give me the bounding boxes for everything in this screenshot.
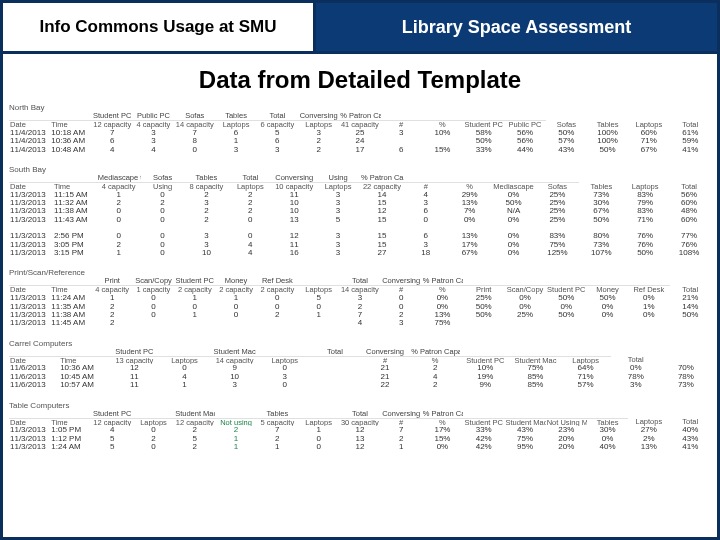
header-right: Library Space Assessment xyxy=(316,3,717,51)
cell: 22 xyxy=(360,381,410,389)
cell: 73% xyxy=(579,191,623,199)
cell xyxy=(9,277,50,285)
cell: 43% xyxy=(670,435,712,443)
cell: 4 capacity xyxy=(133,120,174,128)
cell xyxy=(9,348,59,356)
cell: Conversing xyxy=(381,410,422,418)
cell xyxy=(546,319,587,327)
cell: 2 xyxy=(185,207,229,215)
cell: 50% xyxy=(546,311,587,319)
cell: 3 xyxy=(185,241,229,249)
cell: 56% xyxy=(667,191,711,199)
cell: 78% xyxy=(611,373,661,381)
cell xyxy=(587,277,628,285)
cell: 0% xyxy=(492,241,536,249)
cell: 0 xyxy=(298,443,339,451)
cell xyxy=(298,410,339,418)
cell xyxy=(298,277,339,285)
cell xyxy=(561,348,611,356)
cell: 41 capacity xyxy=(339,120,380,128)
cell: 67% xyxy=(628,146,669,154)
cell: 4 xyxy=(159,373,209,381)
cell: Sofas xyxy=(536,182,580,190)
cell xyxy=(381,112,422,120)
cell: 13 capacity xyxy=(109,356,159,364)
cell: 0 xyxy=(381,294,422,302)
cell: 10:48 AM xyxy=(50,146,91,154)
cell: 100% xyxy=(587,129,628,137)
cell: 33% xyxy=(463,426,504,434)
cell: Laptops xyxy=(228,182,272,190)
cell: 50% xyxy=(587,294,628,302)
cell: 4 xyxy=(92,146,133,154)
cell: 11:15 AM xyxy=(53,191,97,199)
cell: 56% xyxy=(504,129,545,137)
cell: Conversing xyxy=(381,277,422,285)
cell: Money xyxy=(215,277,256,285)
cell: Scan/Copy xyxy=(504,286,545,294)
cell: 0 xyxy=(257,303,298,311)
cell: 11 xyxy=(109,373,159,381)
cell: 7 xyxy=(257,426,298,434)
cell: # xyxy=(381,120,422,128)
cell: 11/3/2013 xyxy=(9,435,50,443)
cell: Laptops xyxy=(260,356,310,364)
cell: 85% xyxy=(510,381,560,389)
cell: 11:45 AM xyxy=(50,319,91,327)
cell: 20% xyxy=(546,435,587,443)
cell: Not using xyxy=(215,418,256,426)
cell: 0% xyxy=(422,294,463,302)
cell: 2 xyxy=(92,311,133,319)
cell: % xyxy=(448,182,492,190)
cell: 1 xyxy=(215,294,256,302)
cell: 1 capacity xyxy=(133,286,174,294)
cell: 44% xyxy=(504,146,545,154)
cell xyxy=(463,410,504,418)
cell: Tables xyxy=(579,182,623,190)
cell: 10:36 AM xyxy=(59,364,109,372)
cell xyxy=(504,410,545,418)
cell: Public PC xyxy=(504,120,545,128)
cell: 2 capacity xyxy=(215,286,256,294)
cell: 50% xyxy=(579,216,623,224)
cell: Total xyxy=(670,120,712,128)
cell: 2 xyxy=(185,191,229,199)
cell: 3:05 PM xyxy=(53,241,97,249)
cell: % xyxy=(410,356,460,364)
cell: Not Using Mac xyxy=(546,418,587,426)
cell: 4 xyxy=(92,426,133,434)
cell: Tables xyxy=(257,410,298,418)
cell xyxy=(298,319,339,327)
cell: 0% xyxy=(492,191,536,199)
cell: 40% xyxy=(670,426,712,434)
cell: 3 xyxy=(316,191,360,199)
header-left: Info Commons Usage at SMU xyxy=(3,3,316,51)
cell: 4 xyxy=(410,373,460,381)
cell: 0% xyxy=(492,216,536,224)
cell: 15 xyxy=(360,241,404,249)
cell: 61% xyxy=(670,129,712,137)
cell: 2 xyxy=(92,303,133,311)
cell: Student PC xyxy=(546,286,587,294)
cell: Total xyxy=(670,418,712,426)
cell: 14 capacity xyxy=(339,286,380,294)
cell: 2 capacity xyxy=(174,286,215,294)
cell: Sofas xyxy=(174,112,215,120)
section-label: Carrel Computers xyxy=(9,336,711,348)
cell: 27 xyxy=(360,249,404,257)
cell: 11/3/2013 xyxy=(9,216,53,224)
cell: 6 xyxy=(215,129,256,137)
cell xyxy=(463,319,504,327)
cell: 12 capacity xyxy=(92,120,133,128)
cell: 4 xyxy=(228,249,272,257)
cell: 23% xyxy=(546,426,587,434)
section-south-bay-2: 11/3/20132:56 PM003012315613%0%83%80%76%… xyxy=(9,232,711,257)
cell: Conversing xyxy=(272,174,316,182)
cell: 12 capacity xyxy=(174,418,215,426)
cell: 4 capacity xyxy=(97,182,141,190)
cell: 22 capacity xyxy=(360,182,404,190)
cell: 0 xyxy=(141,207,185,215)
cell: 6 xyxy=(92,137,133,145)
cell: % xyxy=(422,418,463,426)
cell: 2 xyxy=(141,199,185,207)
